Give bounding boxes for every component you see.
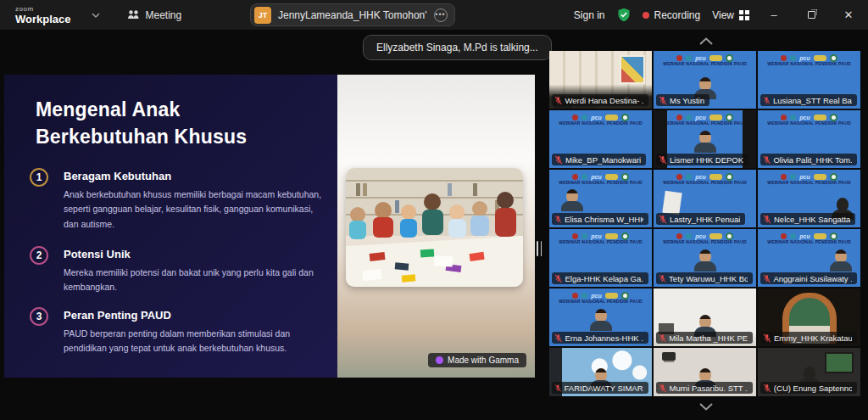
- logo-script-icon: [709, 233, 722, 239]
- meeting-title: JennyLameanda_HHK Tomohon': [278, 9, 427, 21]
- muted-mic-icon: [659, 274, 666, 283]
- participant-name: Lismer HHK DEPOK: [670, 155, 743, 165]
- participant-name-label: Nelce_HHK Sangatta: [760, 213, 855, 225]
- participant-tile[interactable]: (CU) Enung Saptenno: [758, 348, 860, 396]
- participant-tile[interactable]: pcuWEBINAR NASIONAL PENDIDIK PAUDTety Wa…: [654, 229, 756, 287]
- muted-mic-icon: [659, 215, 667, 224]
- logo-teal-circle-icon: [790, 174, 796, 180]
- logo-pcu-text: pcu: [695, 115, 705, 120]
- slide-image-panel: Made with Gamma: [337, 75, 535, 378]
- muted-mic-icon: [763, 384, 771, 393]
- logo-red-circle-icon: [781, 174, 787, 180]
- gallery-scroll-up-button[interactable]: [695, 34, 717, 48]
- item-body: Anak berkebutuhan khusus memiliki berbag…: [64, 188, 325, 232]
- muted-mic-icon: [763, 215, 771, 224]
- webinar-banner-text: WEBINAR NASIONAL PENDIDIK PAUD: [661, 181, 748, 185]
- close-button[interactable]: ✕: [836, 0, 861, 30]
- participant-name: Mila Martha _HHK PE...: [669, 333, 748, 343]
- recording-label: Recording: [654, 9, 701, 21]
- security-shield-icon[interactable]: [617, 8, 631, 22]
- participant-name-label: (CU) Enung Saptenno: [760, 382, 857, 394]
- muted-mic-icon: [554, 215, 562, 224]
- participant-tile[interactable]: Murni Pasaribu. STT ...: [654, 348, 756, 396]
- logo-emblem-icon: [830, 114, 837, 121]
- participant-tile[interactable]: pcuWEBINAR NASIONAL PENDIDIK PAUDAnggrai…: [758, 229, 860, 287]
- participant-tile[interactable]: pcuWEBINAR NASIONAL PENDIDIK PAUDLastry_…: [654, 170, 756, 227]
- minimize-button[interactable]: –: [761, 0, 787, 30]
- meeting-tab-label: Meeting: [146, 9, 182, 21]
- logo-teal-circle-icon: [581, 174, 587, 180]
- participant-tile[interactable]: pcuWEBINAR NASIONAL PENDIDIK PAUDErna Jo…: [549, 288, 652, 346]
- chevron-down-icon[interactable]: [92, 13, 100, 18]
- muted-mic-icon: [659, 155, 667, 165]
- webinar-banner-text: WEBINAR NASIONAL PENDIDIK PAUD: [765, 181, 853, 185]
- logo-script-icon: [814, 233, 826, 239]
- logo-teal-circle-icon: [790, 233, 796, 239]
- participant-tile[interactable]: pcuWEBINAR NASIONAL PENDIDIK PAUDNelce_H…: [758, 170, 860, 227]
- chevron-down-icon: [699, 403, 713, 411]
- logo-emblem-icon: [830, 54, 837, 62]
- logo-emblem-icon: [621, 173, 629, 181]
- participant-name-label: Ms Yustin: [656, 94, 709, 106]
- webinar-banner-text: WEBINAR NASIONAL PENDIDIK PAUD: [765, 240, 853, 244]
- logo-emblem-icon: [621, 292, 629, 300]
- logo-teal-circle-icon: [581, 115, 587, 120]
- logo-pcu-text: pcu: [591, 174, 601, 180]
- more-options-icon[interactable]: •••: [434, 8, 448, 22]
- restore-icon: [808, 11, 815, 19]
- participant-tile[interactable]: pcuWEBINAR NASIONAL PENDIDIK PAUDOlivia …: [758, 110, 860, 168]
- avatar: JT: [254, 7, 271, 24]
- logo-pcu-text: pcu: [695, 55, 705, 61]
- gamma-badge-label: Made with Gamma: [448, 356, 519, 365]
- made-with-gamma-badge[interactable]: Made with Gamma: [428, 353, 526, 367]
- participant-name-label: Murni Pasaribu. STT ...: [656, 382, 753, 394]
- webinar-banner: pcuWEBINAR NASIONAL PENDIDIK PAUD: [654, 110, 756, 126]
- webinar-banner-text: WEBINAR NASIONAL PENDIDIK PAUD: [557, 300, 644, 304]
- logo-pcu-text: pcu: [799, 55, 810, 61]
- view-button[interactable]: View: [712, 9, 749, 21]
- participant-name-label: Lismer HHK DEPOK: [656, 154, 748, 165]
- participant-name: FARIDAWATY SIMARM...: [565, 384, 643, 393]
- participant-name-label: Erna Johannes-HHK ...: [552, 332, 648, 344]
- logo-pcu-text: pcu: [695, 174, 705, 180]
- participant-tile[interactable]: pcuWEBINAR NASIONAL PENDIDIK PAUDLusiana…: [758, 51, 860, 109]
- recording-dot-icon: [643, 12, 649, 19]
- webinar-logos: pcu: [549, 172, 652, 181]
- restore-button[interactable]: [798, 0, 824, 30]
- logo-emblem-icon: [726, 232, 733, 240]
- logo-red-circle-icon: [572, 174, 578, 180]
- participant-tile[interactable]: pcuWEBINAR NASIONAL PENDIDIK PAUDMike_BP…: [549, 110, 652, 168]
- logo-emblem-icon: [726, 114, 733, 121]
- logo-teal-circle-icon: [686, 115, 692, 120]
- logo-emblem-icon: [726, 173, 733, 181]
- item-heading: Peran Penting PAUD: [64, 309, 171, 322]
- webinar-banner: pcuWEBINAR NASIONAL PENDIDIK PAUD: [549, 288, 652, 305]
- sign-in-button[interactable]: Sign in: [574, 9, 605, 21]
- titlebar: zoom Workplace Meeting JT JennyLameanda_…: [0, 0, 868, 30]
- participant-tile[interactable]: FARIDAWATY SIMARM...: [549, 348, 652, 396]
- webinar-logos: pcu: [654, 172, 756, 181]
- participant-tile[interactable]: Mila Martha _HHK PE...: [654, 288, 756, 346]
- participant-name: Anggraini Susilawaty ...: [773, 274, 852, 283]
- logo-script-icon: [605, 233, 618, 239]
- logo-red-circle-icon: [676, 233, 682, 239]
- participant-name: Tety Waruwu_HHK Bo...: [669, 274, 748, 283]
- webinar-logos: pcu: [758, 53, 860, 62]
- muted-mic-icon: [763, 274, 771, 283]
- logo-emblem-icon: [726, 54, 733, 62]
- panel-resize-handle[interactable]: [537, 241, 542, 256]
- tab-meeting[interactable]: Meeting: [127, 9, 182, 21]
- logo-emblem-icon: [621, 114, 629, 121]
- webinar-banner-text: WEBINAR NASIONAL PENDIDIK PAUD: [765, 121, 853, 126]
- participant-tile[interactable]: pcuWEBINAR NASIONAL PENDIDIK PAUDLismer …: [654, 110, 756, 168]
- participant-face: [828, 249, 854, 272]
- participant-tile[interactable]: Werdi Hana Destina- ...: [549, 51, 652, 109]
- logo-red-circle-icon: [572, 115, 578, 120]
- participant-tile[interactable]: pcuWEBINAR NASIONAL PENDIDIK PAUDElga-HH…: [549, 229, 652, 287]
- active-meeting-tab[interactable]: JT JennyLameanda_HHK Tomohon' •••: [250, 3, 455, 26]
- gallery-scroll-down-button[interactable]: [695, 400, 717, 413]
- participant-tile[interactable]: pcuWEBINAR NASIONAL PENDIDIK PAUDMs Yust…: [654, 51, 756, 109]
- participant-tile[interactable]: pcuWEBINAR NASIONAL PENDIDIK PAUDElisa C…: [549, 170, 652, 227]
- webinar-banner: pcuWEBINAR NASIONAL PENDIDIK PAUD: [654, 170, 756, 186]
- participant-tile[interactable]: Emmy_HHK Krakatau: [758, 288, 860, 346]
